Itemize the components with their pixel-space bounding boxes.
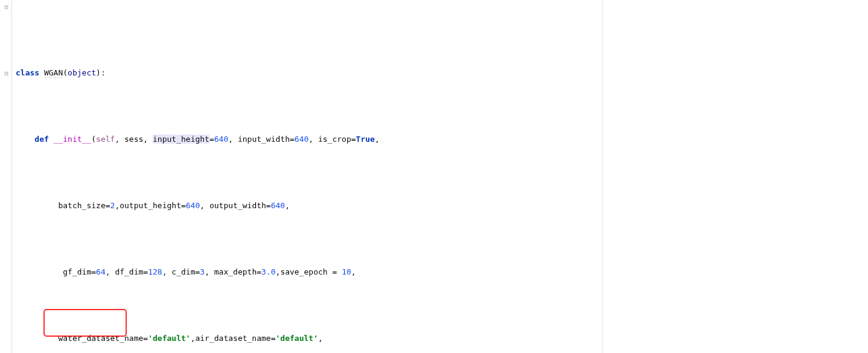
keyword-def: def — [34, 135, 48, 144]
code-line[interactable]: gf_dim=64, df_dim=128, c_dim=3, max_dept… — [16, 266, 868, 279]
keyword-class: class — [16, 68, 39, 77]
builtin-object: object — [68, 68, 96, 77]
class-name: WGAN — [44, 68, 63, 78]
code-editor[interactable]: ⊟ ⊟ class WGAN(object): def __init__(sel… — [0, 0, 868, 353]
code-line[interactable]: def __init__(self, sess, input_height=64… — [16, 133, 868, 146]
code-area[interactable]: class WGAN(object): def __init__(self, s… — [12, 0, 868, 353]
gutter: ⊟ ⊟ — [0, 0, 12, 353]
code-line[interactable]: batch_size=2,output_height=640, output_w… — [16, 199, 868, 212]
code-line[interactable]: class WGAN(object): — [16, 66, 868, 80]
fold-minus-icon[interactable]: ⊟ — [4, 4, 9, 10]
code-line[interactable]: water_dataset_name='default',air_dataset… — [16, 332, 868, 345]
fold-minus-icon[interactable]: ⊟ — [4, 71, 9, 76]
right-margin-guide — [602, 0, 603, 353]
selected-token: input_height — [153, 135, 209, 144]
function-name: __init__ — [54, 135, 92, 144]
